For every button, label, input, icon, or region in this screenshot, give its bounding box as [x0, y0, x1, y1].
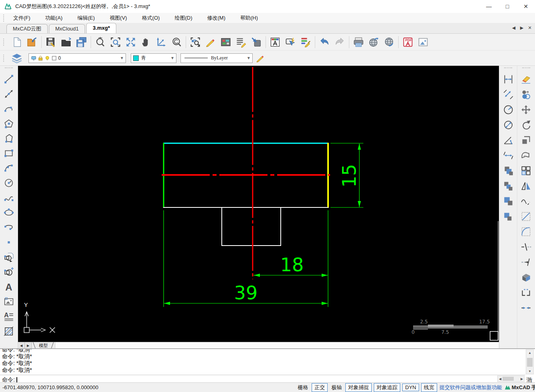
dim-angular-button[interactable] [501, 134, 515, 147]
drawing-canvas[interactable]: 15 18 39 Y 2.5 17.5 [18, 66, 499, 342]
arc-button[interactable] [2, 161, 16, 175]
minimize-button[interactable]: — [480, 0, 498, 13]
print-button[interactable] [351, 35, 366, 50]
zoom-adjust-button[interactable] [93, 35, 108, 50]
maximize-button[interactable]: □ [498, 0, 517, 13]
construction-line-button[interactable] [2, 87, 16, 100]
web-publish-button[interactable] [366, 35, 381, 50]
rotate-button[interactable] [519, 118, 533, 132]
image-export-button[interactable] [415, 35, 431, 50]
edit-pencil-button[interactable] [203, 35, 218, 50]
polygon-button[interactable] [2, 117, 16, 130]
stretch-button[interactable] [519, 134, 533, 147]
dim-radius-button[interactable] [501, 103, 515, 116]
line-button[interactable] [2, 72, 16, 85]
new-file-button[interactable] [9, 35, 24, 50]
match-properties-button[interactable] [298, 35, 313, 50]
offset-button[interactable] [519, 149, 533, 162]
close-button[interactable]: ✕ [517, 0, 535, 13]
dim-diameter-button[interactable] [501, 118, 515, 132]
color-palette-button[interactable] [218, 35, 233, 50]
measure-axes-button[interactable] [154, 35, 169, 50]
trim-button[interactable] [519, 240, 533, 254]
feedback-link[interactable]: 提交软件问题或增加新功能 [440, 384, 502, 391]
menu-item-编辑(E)[interactable]: 编辑(E) [73, 14, 99, 22]
ellipse-button[interactable] [2, 206, 16, 219]
tab-3.mxg*[interactable]: 3.mxg* [86, 23, 116, 33]
view-back-button[interactable] [188, 35, 203, 50]
tab-MxCAD云图[interactable]: MxCAD云图 [6, 24, 48, 33]
chamfer-button[interactable] [519, 210, 533, 223]
status-toggle-极轴[interactable]: 极轴 [330, 384, 343, 392]
linetype-combo[interactable]: ByLayer ▼ [180, 53, 253, 63]
save-button[interactable] [43, 35, 59, 50]
polyline-button[interactable] [2, 132, 16, 145]
copy-button[interactable] [519, 88, 533, 101]
array-button[interactable] [519, 164, 533, 177]
hatch-button[interactable] [2, 325, 16, 338]
scroll-left-icon[interactable]: ◀ [498, 377, 503, 381]
extend-button[interactable] [519, 256, 533, 269]
smooth-button[interactable] [519, 195, 533, 208]
pdf-export-button[interactable]: PDF [400, 35, 415, 50]
menu-item-功能(A)[interactable]: 功能(A) [41, 14, 67, 22]
status-toggle-正交[interactable]: 正交 [312, 383, 328, 392]
join-button[interactable] [519, 301, 533, 315]
rectangle-button[interactable] [2, 146, 16, 160]
regen-button[interactable] [169, 35, 184, 50]
block-insert-button[interactable] [2, 250, 16, 264]
explode-button[interactable] [519, 271, 533, 284]
zoom-extents-button[interactable] [123, 35, 138, 50]
menu-item-帮助(H)[interactable]: 帮助(H) [236, 14, 262, 22]
command-vscrollbar[interactable]: ▲ ▼ [526, 349, 534, 374]
fillet-button[interactable] [519, 225, 533, 238]
redo-button[interactable] [332, 35, 347, 50]
ellipse-arc-button[interactable] [2, 221, 16, 234]
menu-item-视图(V)[interactable]: 视图(V) [105, 14, 131, 22]
dim-linear-button[interactable] [501, 73, 515, 86]
dim-continue-button[interactable] [501, 149, 515, 162]
erase-button[interactable] [519, 73, 533, 86]
tab-close-icon[interactable]: ✕ [527, 25, 533, 30]
dim-block-d-button[interactable] [501, 210, 515, 223]
hscroll-thumb[interactable] [503, 377, 514, 381]
open-folder-button[interactable] [59, 35, 74, 50]
layer-manager-button[interactable] [268, 35, 283, 50]
scroll-right-icon[interactable]: ▶ [519, 377, 524, 381]
menu-item-绘图(D)[interactable]: 绘图(D) [170, 14, 196, 22]
spline-button[interactable] [2, 191, 16, 204]
menu-item-文件(F)[interactable]: 文件(F) [9, 14, 34, 22]
color-combo[interactable]: 青 ▼ [131, 53, 176, 63]
scroll-up-icon[interactable]: ▲ [526, 350, 533, 355]
undo-button[interactable] [317, 35, 332, 50]
menu-item-格式(O)[interactable]: 格式(O) [138, 14, 164, 22]
mtext-button[interactable]: A [2, 310, 16, 323]
layer-stack-button[interactable] [9, 51, 24, 66]
layer-combo[interactable]: 0 ▼ [28, 53, 126, 63]
tab-scroll-right-icon[interactable]: ▶ [519, 25, 525, 30]
dim-block-a-button[interactable] [501, 164, 515, 177]
image-insert-button[interactable] [2, 295, 16, 308]
page-setup-button[interactable] [249, 35, 264, 50]
chevron-down-icon[interactable]: ▼ [118, 56, 126, 60]
linetype-edit-button[interactable] [253, 51, 268, 66]
chevron-down-icon[interactable]: ▼ [169, 56, 176, 60]
status-toggle-对象捕捉[interactable]: 对象捕捉 [345, 383, 372, 392]
status-toggle-DYN[interactable]: DYN [402, 384, 419, 391]
chevron-down-icon[interactable]: ▼ [245, 56, 252, 60]
text-button[interactable]: A [2, 280, 16, 293]
point-button[interactable] [2, 236, 16, 249]
status-toggle-对象追踪[interactable]: 对象追踪 [374, 383, 400, 392]
move-button[interactable] [519, 103, 533, 116]
command-hscrollbar[interactable]: ◀ ▶ [497, 376, 525, 382]
pan-button[interactable] [138, 35, 154, 50]
circle-button[interactable] [2, 176, 16, 189]
quick-select-button[interactable] [283, 35, 298, 50]
command-window[interactable]: 命令: *取消*命令: *取消*命令: *取消*命令: *取消* 命令: ▲ ▼… [0, 348, 535, 382]
dim-aligned-button[interactable] [501, 88, 515, 101]
open-import-button[interactable] [24, 35, 40, 50]
dim-block-b-button[interactable] [501, 179, 515, 193]
model-tab[interactable]: 模型 [32, 342, 55, 349]
save-all-button[interactable] [74, 35, 89, 50]
tab-scroll-left-icon[interactable]: ◀ [511, 25, 517, 30]
